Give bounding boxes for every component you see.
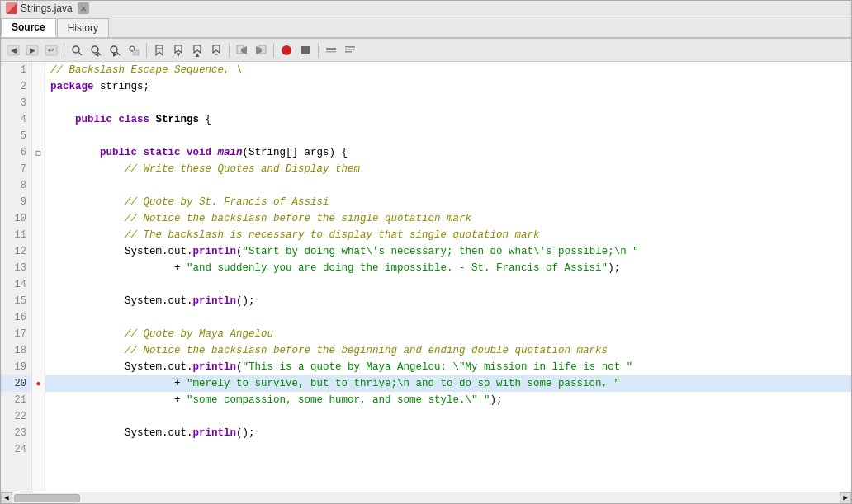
toolbar-btn-history-back[interactable]: ◀ bbox=[4, 41, 22, 59]
h-scrollbar-track[interactable] bbox=[12, 492, 840, 504]
toolbar-sep-2 bbox=[146, 43, 147, 58]
gutter-20: ● bbox=[32, 375, 45, 392]
code-content-6: public static void main(String[] args) { bbox=[50, 144, 348, 161]
toolbar-btn-jump-to-source[interactable] bbox=[233, 41, 251, 59]
file-icon bbox=[6, 2, 17, 14]
svg-rect-28 bbox=[301, 46, 310, 54]
svg-rect-16 bbox=[133, 50, 139, 55]
title-text: Strings.java bbox=[21, 2, 73, 14]
code-line-8 bbox=[45, 177, 851, 194]
line-numbers: 1 2 3 4 5 6 7 8 9 10 11 12 13 14 15 16 1… bbox=[1, 62, 32, 492]
toolbar-btn-next-bookmark[interactable]: ▼ bbox=[169, 41, 187, 59]
svg-point-6 bbox=[73, 46, 79, 53]
line-num-4: 4 bbox=[1, 111, 31, 128]
gutter-9 bbox=[32, 194, 45, 210]
gutter-10 bbox=[32, 210, 45, 227]
gutter-3 bbox=[32, 95, 45, 111]
gutter-18 bbox=[32, 342, 45, 359]
toolbar-btn-find-next[interactable]: ▶ bbox=[106, 41, 124, 59]
svg-marker-17 bbox=[156, 45, 163, 55]
svg-text:▶: ▶ bbox=[30, 46, 36, 54]
code-line-17: // Quote by Maya Angelou bbox=[45, 326, 851, 342]
code-content-17: // Quote by Maya Angelou bbox=[50, 326, 273, 342]
gutter-8 bbox=[32, 177, 45, 194]
gutter-24 bbox=[32, 441, 45, 458]
gutter-6[interactable]: ⊟ bbox=[32, 144, 45, 161]
toolbar-btn-task2[interactable] bbox=[341, 41, 359, 59]
toolbar: ◀ ▶ ↩ ◀ ▶ ▼ ▲ bbox=[1, 39, 851, 62]
tabs-bar: Source History bbox=[1, 16, 851, 39]
code-line-3 bbox=[45, 95, 851, 111]
line-num-23: 23 bbox=[1, 425, 31, 441]
code-content-19: System.out.println("This is a quote by M… bbox=[50, 359, 632, 375]
gutter-11 bbox=[32, 227, 45, 243]
svg-text:◀: ◀ bbox=[11, 46, 17, 54]
gutter-15 bbox=[32, 293, 45, 309]
svg-rect-33 bbox=[345, 51, 352, 53]
code-line-23: System.out.println(); bbox=[45, 425, 851, 441]
code-content-12: System.out.println("Start by doing what\… bbox=[50, 243, 639, 260]
svg-text:↩: ↩ bbox=[48, 46, 54, 54]
line-num-20: 20 bbox=[1, 375, 31, 392]
code-line-5 bbox=[45, 128, 851, 144]
toolbar-btn-find-prev[interactable]: ◀ bbox=[87, 41, 105, 59]
tab-source[interactable]: Source bbox=[1, 18, 56, 37]
line-num-5: 5 bbox=[1, 128, 31, 144]
gutter-17 bbox=[32, 326, 45, 342]
toolbar-btn-find[interactable] bbox=[68, 41, 86, 59]
code-line-24 bbox=[45, 441, 851, 458]
toolbar-btn-history-forward[interactable]: ▶ bbox=[23, 41, 41, 59]
code-content-18: // Notice the backslash before the begin… bbox=[50, 342, 608, 359]
code-area[interactable]: // Backslash Escape Sequence, \ package … bbox=[45, 62, 851, 492]
gutter-2 bbox=[32, 78, 45, 95]
tab-history[interactable]: History bbox=[57, 18, 109, 37]
line-num-3: 3 bbox=[1, 95, 31, 111]
editor-area: 1 2 3 4 5 6 7 8 9 10 11 12 13 14 15 16 1… bbox=[1, 62, 851, 492]
line-num-12: 12 bbox=[1, 243, 31, 260]
toolbar-sep-5 bbox=[318, 43, 319, 58]
code-line-21: + "some compassion, some humor, and some… bbox=[45, 392, 851, 408]
toolbar-btn-toggle-breakpoint[interactable] bbox=[277, 41, 296, 59]
toolbar-btn-prev-bookmark[interactable]: ▲ bbox=[188, 41, 206, 59]
line-num-15: 15 bbox=[1, 293, 31, 309]
gutter-16 bbox=[32, 309, 45, 326]
line-num-10: 10 bbox=[1, 210, 31, 227]
gutter-7 bbox=[32, 161, 45, 177]
toolbar-btn-bookmarks-list[interactable] bbox=[207, 41, 225, 59]
code-line-6: public static void main(String[] args) { bbox=[45, 144, 851, 161]
code-content-13: + "and suddenly you are doing the imposs… bbox=[50, 260, 620, 276]
code-content-7: // Write these Quotes and Display them bbox=[50, 161, 360, 177]
toolbar-btn-task1[interactable] bbox=[322, 41, 340, 59]
gutter-14 bbox=[32, 276, 45, 293]
toolbar-btn-jump-back[interactable] bbox=[252, 41, 270, 59]
line-num-8: 8 bbox=[1, 177, 31, 194]
code-content-4: public class Strings { bbox=[50, 111, 211, 128]
line-num-9: 9 bbox=[1, 194, 31, 210]
svg-rect-29 bbox=[326, 48, 336, 50]
toolbar-btn-stop[interactable] bbox=[296, 41, 315, 59]
toolbar-btn-last-edit[interactable]: ↩ bbox=[42, 41, 60, 59]
code-line-11: // The backslash is necessary to display… bbox=[45, 227, 851, 243]
toolbar-sep-3 bbox=[229, 43, 230, 58]
title-bar: Strings.java ✕ bbox=[1, 1, 851, 16]
code-line-15: System.out.println(); bbox=[45, 293, 851, 309]
toolbar-sep-4 bbox=[273, 43, 274, 58]
code-line-2: package strings; bbox=[45, 78, 851, 95]
line-num-6: 6 bbox=[1, 144, 31, 161]
line-num-2: 2 bbox=[1, 78, 31, 95]
line-num-22: 22 bbox=[1, 408, 31, 425]
gutter-13 bbox=[32, 260, 45, 276]
scroll-right-btn[interactable]: ▶ bbox=[840, 492, 851, 504]
gutter-19 bbox=[32, 359, 45, 375]
svg-line-9 bbox=[97, 52, 101, 55]
toolbar-btn-find-all[interactable] bbox=[125, 41, 143, 59]
line-num-16: 16 bbox=[1, 309, 31, 326]
toolbar-btn-toggle-bookmark[interactable] bbox=[150, 41, 168, 59]
code-line-16 bbox=[45, 309, 851, 326]
h-scrollbar-thumb[interactable] bbox=[14, 494, 80, 502]
close-button[interactable]: ✕ bbox=[78, 2, 89, 14]
scroll-left-btn[interactable]: ◀ bbox=[1, 492, 12, 504]
line-num-1: 1 bbox=[1, 62, 31, 78]
code-content-1: // Backslash Escape Sequence, \ bbox=[50, 62, 243, 78]
line-num-24: 24 bbox=[1, 441, 31, 458]
